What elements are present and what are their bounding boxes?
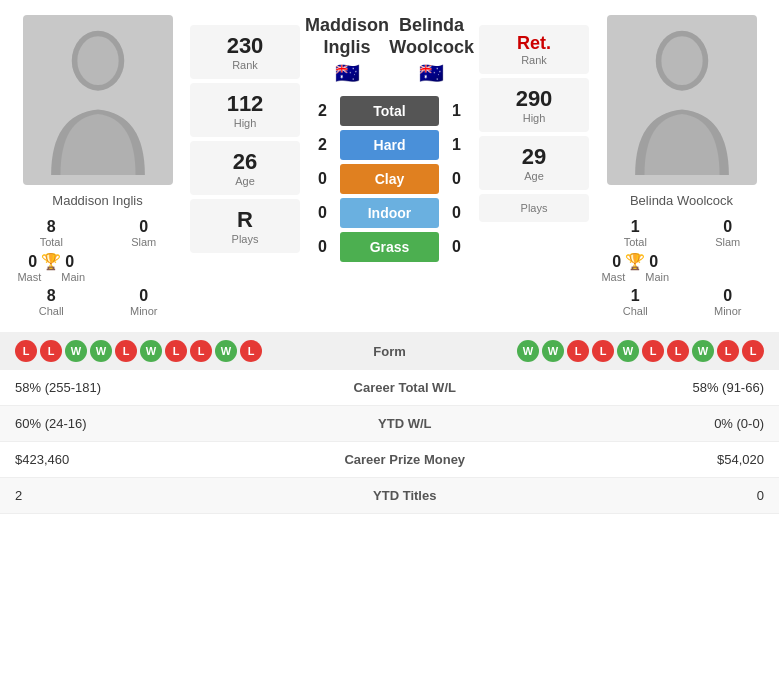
left-minor-stat: 0 Minor	[103, 287, 186, 317]
left-name-top: Maddison Inglis 🇦🇺	[305, 15, 389, 85]
left-rank-label: Rank	[202, 59, 288, 71]
form-section: LLWWLWLLWL Form WWLLWLLWLL	[0, 332, 779, 370]
right-mast-value: 0	[612, 253, 621, 271]
surface-row-hard: 2Hard1	[305, 130, 474, 160]
stats-left-3: 2	[0, 478, 245, 514]
stats-left-1: 60% (24-16)	[0, 406, 245, 442]
stats-table: 58% (255-181) Career Total W/L 58% (91-6…	[0, 370, 779, 514]
stats-label-3: YTD Titles	[245, 478, 564, 514]
right-form-badge-1: W	[542, 340, 564, 362]
right-total-label: Total	[594, 236, 677, 248]
right-main-label: Main	[645, 271, 669, 283]
surface-left-score-indoor: 0	[305, 204, 340, 222]
right-chall-stat: 1 Chall	[594, 287, 677, 317]
surface-right-score-hard: 1	[439, 136, 474, 154]
left-total-stat: 8 Total	[10, 218, 93, 248]
left-plays-value: R	[202, 207, 288, 233]
left-slam-value: 0	[103, 218, 186, 236]
left-form-badge-8: W	[215, 340, 237, 362]
right-form-badge-7: W	[692, 340, 714, 362]
surface-right-score-indoor: 0	[439, 204, 474, 222]
surface-left-score-grass: 0	[305, 238, 340, 256]
surface-row-total: 2Total1	[305, 96, 474, 126]
surface-row-clay: 0Clay0	[305, 164, 474, 194]
svg-point-3	[661, 36, 702, 85]
right-minor-label: Minor	[687, 305, 770, 317]
left-form-badge-6: L	[165, 340, 187, 362]
surface-right-score-total: 1	[439, 102, 474, 120]
right-middle-stats: Ret. Rank 290 High 29 Age Plays	[479, 15, 589, 317]
right-player-card: Belinda Woolcock 1 Total 0 Slam 0 🏆 0	[594, 15, 769, 317]
right-rank-value: Ret.	[491, 33, 577, 54]
left-mast-label: Mast	[17, 271, 41, 283]
left-name-line1: Maddison	[305, 15, 389, 37]
left-age-value: 26	[202, 149, 288, 175]
right-total-stat: 1 Total	[594, 218, 677, 248]
left-form-badge-2: W	[65, 340, 87, 362]
stats-label-2: Career Prize Money	[245, 442, 564, 478]
left-avatar-silhouette	[38, 25, 158, 175]
left-age-block: 26 Age	[190, 141, 300, 195]
right-trophy-icon: 🏆	[625, 252, 645, 271]
surface-row-indoor: 0Indoor0	[305, 198, 474, 228]
right-form-badge-8: L	[717, 340, 739, 362]
stats-row-1: 60% (24-16) YTD W/L 0% (0-0)	[0, 406, 779, 442]
left-name-line2: Inglis	[305, 37, 389, 59]
right-minor-stat: 0 Minor	[687, 287, 770, 317]
form-label: Form	[373, 344, 406, 359]
stats-label-1: YTD W/L	[245, 406, 564, 442]
surface-right-score-clay: 0	[439, 170, 474, 188]
left-slam-stat: 0 Slam	[103, 218, 186, 248]
right-plays-label: Plays	[491, 202, 577, 214]
left-total-value: 8	[10, 218, 93, 236]
stats-right-0: 58% (91-66)	[564, 370, 779, 406]
surface-left-score-total: 2	[305, 102, 340, 120]
left-main-value: 0	[65, 253, 74, 271]
surface-btn-indoor[interactable]: Indoor	[340, 198, 439, 228]
right-rank-label: Rank	[491, 54, 577, 66]
left-chall-value: 8	[10, 287, 93, 305]
main-container: Maddison Inglis 8 Total 0 Slam 0 🏆 0	[0, 0, 779, 514]
left-slam-label: Slam	[103, 236, 186, 248]
left-player-card: Maddison Inglis 8 Total 0 Slam 0 🏆 0	[10, 15, 185, 317]
left-form-badge-5: W	[140, 340, 162, 362]
left-minor-value: 0	[103, 287, 186, 305]
left-trophy-icon: 🏆	[41, 252, 61, 271]
left-form-badge-7: L	[190, 340, 212, 362]
right-form-badge-9: L	[742, 340, 764, 362]
left-mast-stat: 0 🏆 0 Mast Main	[10, 252, 93, 283]
right-name-line1: Belinda	[389, 15, 474, 37]
stats-right-3: 0	[564, 478, 779, 514]
right-form-badge-2: L	[567, 340, 589, 362]
right-slam-stat: 0 Slam	[687, 218, 770, 248]
right-form-badge-0: W	[517, 340, 539, 362]
right-flag: 🇦🇺	[389, 61, 474, 85]
center-column: Maddison Inglis 🇦🇺 Belinda Woolcock 🇦🇺 2…	[305, 15, 474, 317]
left-rank-value: 230	[202, 33, 288, 59]
right-plays-block: Plays	[479, 194, 589, 222]
right-slam-label: Slam	[687, 236, 770, 248]
left-form-badge-9: L	[240, 340, 262, 362]
right-player-name: Belinda Woolcock	[630, 193, 733, 208]
surface-left-score-clay: 0	[305, 170, 340, 188]
stats-label-0: Career Total W/L	[245, 370, 564, 406]
left-player-avatar	[23, 15, 173, 185]
surface-rows: 2Total12Hard10Clay00Indoor00Grass0	[305, 92, 474, 266]
stats-right-2: $54,020	[564, 442, 779, 478]
right-form-badges: WWLLWLLWLL	[517, 340, 764, 362]
left-form-badge-0: L	[15, 340, 37, 362]
left-main-label: Main	[61, 271, 85, 283]
surface-btn-total[interactable]: Total	[340, 96, 439, 126]
surface-right-score-grass: 0	[439, 238, 474, 256]
right-name-top: Belinda Woolcock 🇦🇺	[389, 15, 474, 85]
right-player-stats: 1 Total 0 Slam 0 🏆 0 Mast Main	[594, 218, 769, 317]
right-mast-stat: 0 🏆 0 Mast Main	[594, 252, 677, 283]
surface-btn-grass[interactable]: Grass	[340, 232, 439, 262]
left-rank-block: 230 Rank	[190, 25, 300, 79]
right-form-badge-6: L	[667, 340, 689, 362]
surface-btn-clay[interactable]: Clay	[340, 164, 439, 194]
stats-row-2: $423,460 Career Prize Money $54,020	[0, 442, 779, 478]
surface-btn-hard[interactable]: Hard	[340, 130, 439, 160]
stats-row-3: 2 YTD Titles 0	[0, 478, 779, 514]
left-chall-label: Chall	[10, 305, 93, 317]
